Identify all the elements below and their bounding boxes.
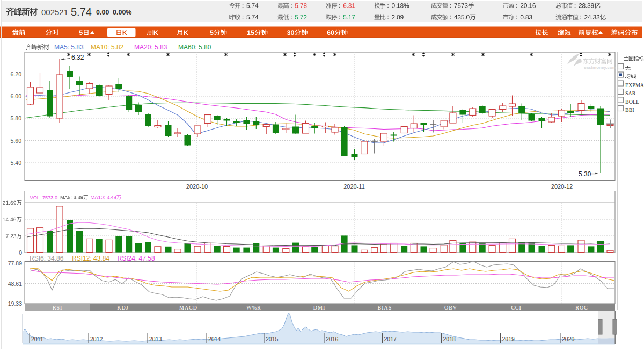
svg-text:0.00: 0.00 [96, 9, 109, 16]
svg-text:2011: 2011 [31, 336, 43, 342]
svg-text:BBI: BBI [625, 107, 634, 113]
svg-text:48.61: 48.61 [8, 281, 22, 287]
svg-text:MA20: 5.83: MA20: 5.83 [134, 44, 167, 51]
svg-text:2014: 2014 [208, 336, 221, 342]
svg-text:OBV: OBV [444, 305, 457, 311]
svg-text:2019: 2019 [502, 336, 515, 342]
svg-text:2016: 2016 [326, 336, 339, 342]
svg-text:BIAS: BIAS [378, 305, 392, 311]
svg-text:2012: 2012 [90, 336, 103, 342]
svg-text:2020-12: 2020-12 [551, 183, 573, 190]
svg-text:6.00: 6.00 [11, 93, 22, 99]
svg-text:RSI24: 47.58: RSI24: 47.58 [118, 255, 155, 262]
svg-text:5.30: 5.30 [579, 170, 591, 178]
svg-text:CCI: CCI [511, 305, 522, 311]
svg-text:ROC: ROC [575, 305, 588, 311]
svg-text:MACD: MACD [179, 305, 197, 311]
svg-text:MA10: 5.82: MA10: 5.82 [91, 44, 124, 51]
svg-text:77.89: 77.89 [8, 260, 22, 267]
svg-text:KDJ: KDJ [117, 305, 128, 311]
svg-text:2020-11: 2020-11 [343, 183, 365, 190]
svg-text:MA60: 5.80: MA60: 5.80 [178, 44, 211, 51]
svg-text:6.32: 6.32 [71, 54, 84, 61]
svg-text:EXPMA: EXPMA [625, 82, 644, 88]
svg-text:0: 0 [19, 249, 22, 256]
svg-text:W%R: W%R [246, 305, 261, 311]
svg-text:VOL: 7573.0: VOL: 7573.0 [30, 195, 58, 200]
svg-text:5.74: 5.74 [71, 6, 92, 18]
svg-text:2017: 2017 [384, 336, 397, 342]
svg-text:2015: 2015 [266, 336, 279, 342]
svg-text:0.00%: 0.00% [113, 9, 131, 16]
svg-text:2018: 2018 [443, 336, 456, 342]
svg-text:SAR: SAR [625, 90, 636, 96]
svg-text:5.40: 5.40 [11, 160, 22, 166]
svg-text:2020-10: 2020-10 [186, 183, 208, 190]
svg-text:BOLL: BOLL [625, 99, 639, 105]
svg-text:002521: 002521 [41, 8, 68, 17]
svg-text:5.80: 5.80 [11, 115, 22, 121]
svg-text:19.33: 19.33 [8, 300, 22, 307]
svg-text:RSI: RSI [53, 305, 63, 311]
svg-text:RSI12: 43.84: RSI12: 43.84 [72, 255, 109, 262]
svg-text:2020: 2020 [562, 336, 575, 342]
svg-text:DMI: DMI [313, 305, 325, 311]
svg-text:2013: 2013 [149, 336, 162, 342]
svg-text:5.60: 5.60 [11, 138, 22, 144]
svg-text:6.20: 6.20 [11, 71, 22, 77]
svg-text:MA5: 5.83: MA5: 5.83 [54, 44, 84, 51]
svg-text:RSI6: 34.86: RSI6: 34.86 [30, 255, 64, 262]
svg-text:eastmoney.com: eastmoney.com [584, 65, 616, 70]
